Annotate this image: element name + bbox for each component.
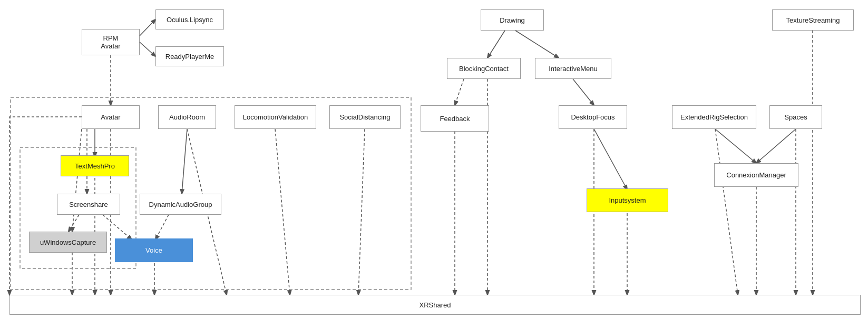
node-textmeshpro: TextMeshPro [61, 155, 129, 176]
label-screenshare: Screenshare [69, 201, 108, 208]
node-inputsystem: Inputsystem [587, 188, 668, 212]
label-xrshared: XRShared [420, 301, 451, 309]
label-feedback: Feedback [440, 115, 470, 123]
node-interactive-menu: InteractiveMenu [535, 58, 611, 79]
node-feedback: Feedback [421, 105, 489, 132]
label-dynamic-audio-group: DynamicAudioGroup [149, 201, 212, 208]
label-interactive-menu: InteractiveMenu [549, 65, 598, 73]
node-extended-rig-selection: ExtendedRigSelection [672, 105, 756, 129]
node-connexion-manager: ConnexionManager [714, 163, 798, 187]
label-inputsystem: Inputsystem [609, 196, 646, 204]
node-texture-streaming: TextureStreaming [772, 9, 854, 31]
label-textmeshpro: TextMeshPro [75, 162, 115, 170]
label-voice: Voice [145, 246, 162, 254]
label-texture-streaming: TextureStreaming [786, 16, 840, 24]
node-desktop-focus: DesktopFocus [559, 105, 627, 129]
node-spaces: Spaces [769, 105, 822, 129]
label-avatar: Avatar [101, 113, 120, 121]
node-blocking-contact: BlockingContact [447, 58, 521, 79]
diagram-container: RPM Avatar Oculus.Lipsync ReadyPlayerMe … [0, 0, 868, 319]
node-audio-room: AudioRoom [158, 105, 216, 129]
node-locomotion-validation: LocomotionValidation [235, 105, 316, 129]
node-rpm-avatar: RPM Avatar [82, 29, 140, 55]
label-social-distancing: SocialDistancing [339, 113, 390, 121]
node-voice: Voice [115, 238, 193, 262]
label-audio-room: AudioRoom [169, 113, 205, 121]
label-blocking-contact: BlockingContact [459, 65, 509, 73]
label-rpm-avatar: RPM Avatar [101, 34, 120, 50]
node-drawing: Drawing [481, 9, 544, 31]
label-oculus-lipsync: Oculus.Lipsync [167, 16, 213, 24]
label-connexion-manager: ConnexionManager [726, 171, 786, 179]
label-drawing: Drawing [500, 16, 525, 24]
node-avatar: Avatar [82, 105, 140, 129]
node-ready-player-me: ReadyPlayerMe [155, 46, 224, 66]
node-dynamic-audio-group: DynamicAudioGroup [140, 194, 221, 215]
label-uwindows-capture: uWindowsCapture [40, 238, 96, 246]
node-xrshared: XRShared [9, 295, 861, 315]
label-spaces: Spaces [784, 113, 807, 121]
node-oculus-lipsync: Oculus.Lipsync [155, 9, 224, 29]
label-desktop-focus: DesktopFocus [571, 113, 615, 121]
label-extended-rig-selection: ExtendedRigSelection [680, 113, 748, 121]
label-ready-player-me: ReadyPlayerMe [165, 53, 214, 61]
node-uwindows-capture: uWindowsCapture [29, 232, 107, 253]
node-screenshare: Screenshare [57, 194, 120, 215]
node-social-distancing: SocialDistancing [329, 105, 401, 129]
label-locomotion-validation: LocomotionValidation [243, 113, 308, 121]
